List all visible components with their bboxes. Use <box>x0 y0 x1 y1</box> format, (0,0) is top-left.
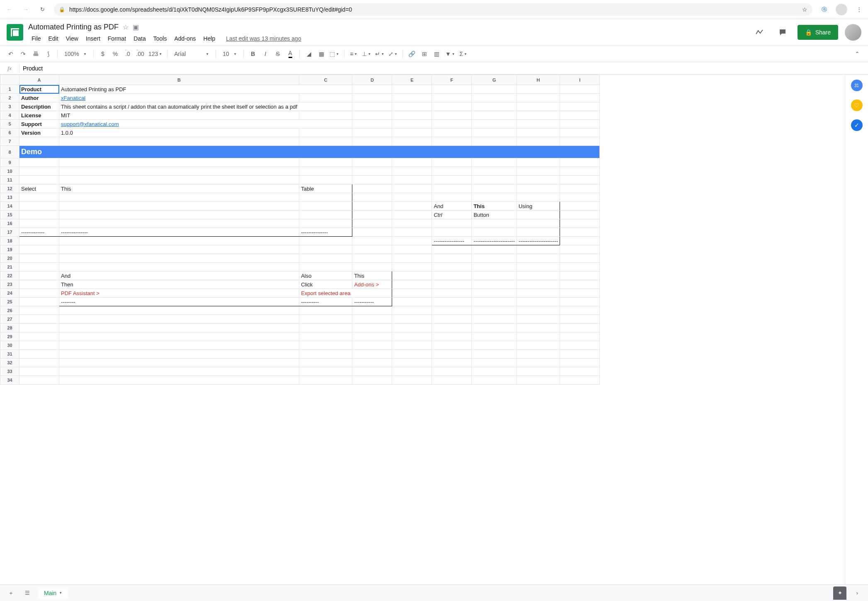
cell-A24[interactable] <box>19 289 59 298</box>
cell-E5[interactable] <box>392 120 432 128</box>
cell-F1[interactable] <box>432 85 472 94</box>
spreadsheet-grid[interactable]: ABCDEFGHI1ProductAutomated Printing as P… <box>0 75 845 584</box>
functions-button[interactable]: Σ▼ <box>458 48 469 60</box>
cell-A19[interactable] <box>19 245 59 254</box>
h-align-button[interactable]: ≡▼ <box>348 48 359 60</box>
row-header-15[interactable]: 15 <box>0 211 19 219</box>
cell-C24[interactable]: Export selected area <box>299 289 352 298</box>
menu-addons[interactable]: Add-ons <box>171 34 199 44</box>
cell-B26[interactable] <box>59 306 299 315</box>
currency-button[interactable]: $ <box>97 48 109 60</box>
number-format-select[interactable]: 123▼ <box>147 48 164 60</box>
cell-G10[interactable] <box>472 167 517 176</box>
cell-I12[interactable] <box>560 184 600 193</box>
explore-button[interactable]: ✦ <box>833 586 846 600</box>
cell-I22[interactable] <box>560 271 600 280</box>
cell-E34[interactable] <box>392 376 432 385</box>
cell-E32[interactable] <box>392 359 432 367</box>
cell-B22[interactable]: And <box>59 271 299 280</box>
cell-A7[interactable] <box>19 137 59 146</box>
cell-C12[interactable]: Table <box>299 184 352 193</box>
cell-F17[interactable] <box>432 228 472 237</box>
row-header-18[interactable]: 18 <box>0 237 19 245</box>
cell-B16[interactable] <box>59 219 299 228</box>
row-header-29[interactable]: 29 <box>0 332 19 341</box>
cell-F15[interactable]: Ctrl <box>432 211 472 219</box>
row-header-13[interactable]: 13 <box>0 193 19 202</box>
v-align-button[interactable]: ⊥▼ <box>360 48 373 60</box>
cell-D17[interactable] <box>352 228 392 237</box>
font-select[interactable]: Arial▼ <box>171 48 212 60</box>
cell-C2[interactable] <box>299 94 352 102</box>
cell-E17[interactable] <box>392 228 432 237</box>
cell-A23[interactable] <box>19 280 59 289</box>
cell-A26[interactable] <box>19 306 59 315</box>
cell-D31[interactable] <box>352 350 392 359</box>
cell-D5[interactable] <box>352 120 392 128</box>
cell-A11[interactable] <box>19 176 59 184</box>
cell-D28[interactable] <box>352 324 392 332</box>
menu-help[interactable]: Help <box>200 34 219 44</box>
col-header-H[interactable]: H <box>516 75 560 85</box>
cell-H14[interactable]: Using <box>516 202 560 211</box>
cell-C28[interactable] <box>299 324 352 332</box>
cell-D30[interactable] <box>352 341 392 350</box>
cell-F32[interactable] <box>432 359 472 367</box>
cell-G34[interactable] <box>472 376 517 385</box>
cell-F18[interactable]: ----------------- <box>432 237 472 245</box>
cell-C19[interactable] <box>299 245 352 254</box>
cell-F19[interactable] <box>432 245 472 254</box>
rotate-button[interactable]: ⤢▼ <box>387 48 399 60</box>
row-header-4[interactable]: 4 <box>0 111 19 120</box>
cell-G18[interactable]: ----------------------- <box>472 237 517 245</box>
cell-G15[interactable]: Button <box>472 211 517 219</box>
cell-I21[interactable] <box>560 263 600 271</box>
side-panel-toggle[interactable]: › <box>851 587 863 599</box>
cell-E18[interactable] <box>392 237 432 245</box>
cell-H16[interactable] <box>516 219 560 228</box>
cell-F26[interactable] <box>432 306 472 315</box>
bold-button[interactable]: B <box>247 48 259 60</box>
cell-I23[interactable] <box>560 280 600 289</box>
select-all-corner[interactable] <box>0 75 19 85</box>
cell-C1[interactable] <box>299 85 352 94</box>
cell-E27[interactable] <box>392 315 432 324</box>
add-sheet-button[interactable]: ＋ <box>5 587 17 599</box>
cell-F13[interactable] <box>432 193 472 202</box>
cell-G6[interactable] <box>472 128 517 137</box>
increase-decimal-button[interactable]: →.00 <box>134 48 146 60</box>
cell-E24[interactable] <box>392 289 432 298</box>
row-header-32[interactable]: 32 <box>0 359 19 367</box>
cell-G3[interactable] <box>472 102 517 111</box>
cell-D6[interactable] <box>352 128 392 137</box>
cell-G33[interactable] <box>472 367 517 376</box>
cell-H4[interactable] <box>516 111 560 120</box>
cell-C27[interactable] <box>299 315 352 324</box>
cell-F5[interactable] <box>432 120 472 128</box>
cell-H23[interactable] <box>516 280 560 289</box>
cell-A14[interactable] <box>19 202 59 211</box>
comment-button[interactable]: ⊞ <box>419 48 430 60</box>
cell-H24[interactable] <box>516 289 560 298</box>
cell-E3[interactable] <box>392 102 432 111</box>
col-header-F[interactable]: F <box>432 75 472 85</box>
cell-A13[interactable] <box>19 193 59 202</box>
menu-view[interactable]: View <box>63 34 82 44</box>
star-doc-icon[interactable]: ☆ <box>123 23 129 31</box>
cell-I16[interactable] <box>560 219 600 228</box>
cell-A4[interactable]: License <box>19 111 59 120</box>
formula-input[interactable] <box>19 65 868 72</box>
cell-G24[interactable] <box>472 289 517 298</box>
cell-H31[interactable] <box>516 350 560 359</box>
cell-B5[interactable]: support@xfanatical.com <box>59 120 299 128</box>
wrap-button[interactable]: ↵▼ <box>373 48 386 60</box>
row-header-24[interactable]: 24 <box>0 289 19 298</box>
move-folder-icon[interactable]: ▣ <box>133 23 139 31</box>
col-header-I[interactable]: I <box>560 75 600 85</box>
cell-C13[interactable] <box>299 193 352 202</box>
cell-I27[interactable] <box>560 315 600 324</box>
paint-format-button[interactable]: ⟆ <box>42 48 54 60</box>
cell-I30[interactable] <box>560 341 600 350</box>
cell-E6[interactable] <box>392 128 432 137</box>
cell-E16[interactable] <box>392 219 432 228</box>
